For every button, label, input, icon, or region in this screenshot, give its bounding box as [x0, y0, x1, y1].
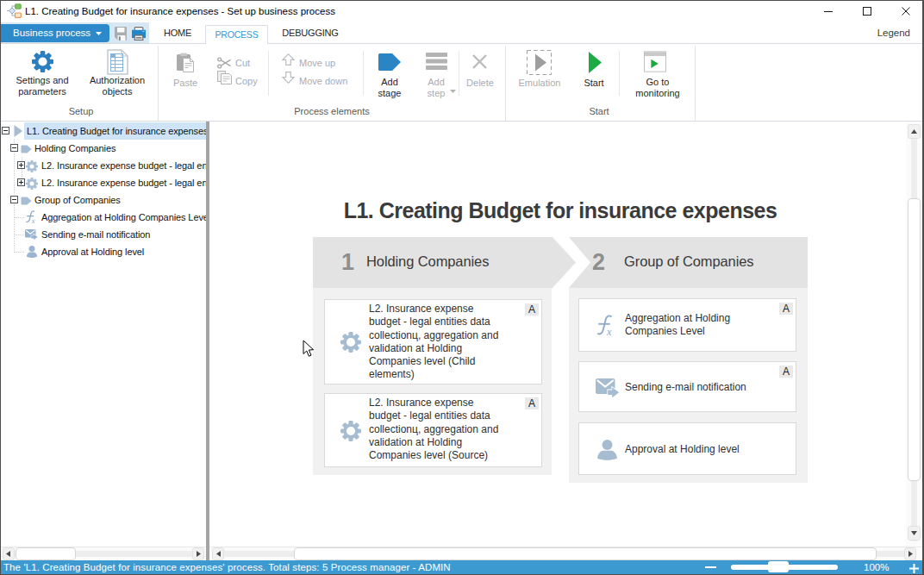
svg-text:x: x: [606, 326, 612, 337]
svg-text:x: x: [31, 216, 35, 225]
